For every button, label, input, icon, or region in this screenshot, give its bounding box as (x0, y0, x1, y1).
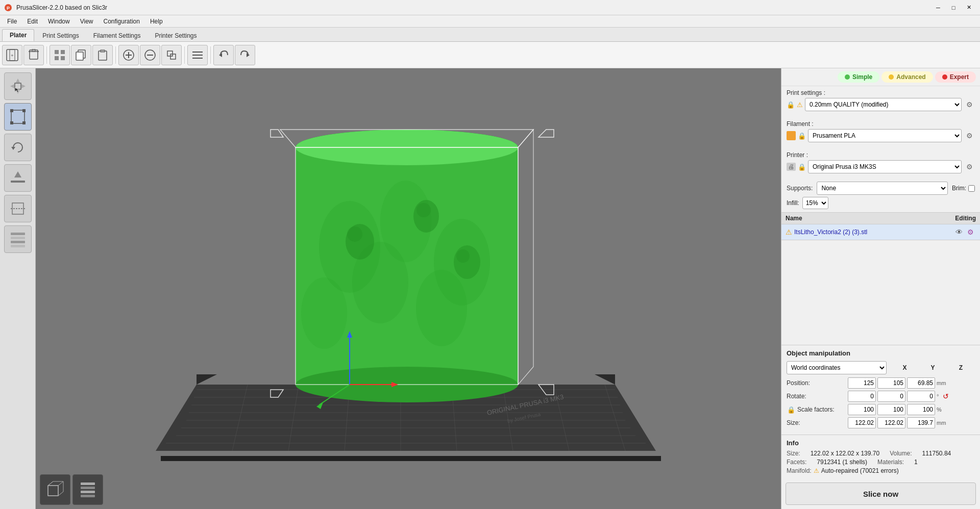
manifold-warning-icon: ⚠ (814, 467, 819, 474)
supports-select[interactable]: None (817, 182, 948, 195)
rotate-unit: ° (937, 393, 939, 399)
size-x-input[interactable] (848, 417, 876, 428)
slice-now-button[interactable]: Slice now (786, 482, 976, 505)
menu-file[interactable]: File (2, 15, 22, 28)
scale-label: Scale factors: (797, 406, 835, 413)
rotate-x-input[interactable] (848, 391, 876, 402)
copy-instance-button[interactable] (161, 45, 182, 65)
redo-button[interactable] (235, 45, 255, 65)
arrange-button[interactable] (50, 45, 70, 65)
svg-rect-36 (22, 109, 26, 112)
info-size-label: Size: (787, 450, 800, 457)
layer-editing-tool[interactable] (4, 225, 32, 253)
rotate-z-input[interactable] (907, 391, 935, 402)
svg-rect-109 (81, 495, 95, 497)
position-label: Position: (787, 379, 848, 387)
app-icon: P (4, 4, 12, 12)
copy-button[interactable] (71, 45, 91, 65)
supports-label: Supports: (787, 185, 813, 192)
menu-edit[interactable]: Edit (22, 15, 43, 28)
infill-row: Infill: 15% 0% 5% 10% 20% 25% 30% (781, 197, 980, 212)
add-instance-button[interactable] (118, 45, 139, 65)
move-tool[interactable] (4, 72, 32, 100)
svg-rect-40 (11, 181, 25, 183)
rotate-reset-button[interactable]: ↺ (941, 391, 951, 401)
position-x-input[interactable] (848, 377, 876, 389)
add-object-button[interactable]: + (2, 45, 22, 65)
flatten-tool[interactable] (4, 164, 32, 192)
menu-help[interactable]: Help (145, 15, 168, 28)
col-editing-header: Editing (935, 215, 976, 222)
svg-rect-44 (11, 233, 25, 235)
infill-select[interactable]: 15% 0% 5% 10% 20% 25% 30% (802, 197, 828, 209)
toolbar-separator-1 (46, 46, 47, 64)
info-volume-label: Volume: (890, 450, 912, 457)
scale-z-input[interactable] (907, 404, 935, 415)
svg-rect-47 (11, 245, 25, 247)
minimize-button[interactable]: ─ (931, 3, 945, 13)
svg-marker-30 (10, 84, 14, 88)
settings-button[interactable] (187, 45, 208, 65)
svg-marker-66 (161, 456, 661, 461)
tab-plater[interactable]: Plater (2, 29, 34, 41)
z-header: Z (947, 364, 975, 371)
svg-rect-14 (99, 51, 107, 60)
coord-mode-row: World coordinates Local coordinates X Y … (787, 361, 975, 374)
cut-tool[interactable] (4, 195, 32, 222)
remove-instance-button[interactable] (140, 45, 160, 65)
scale-x-input[interactable] (848, 404, 876, 415)
rotate-tool[interactable] (4, 134, 32, 161)
3d-view-button[interactable] (40, 474, 70, 505)
printer-config-btn[interactable]: ⚙ (964, 161, 975, 172)
print-settings-label: Print settings : (787, 89, 975, 96)
menu-configuration[interactable]: Configuration (99, 15, 145, 28)
scale-y-input[interactable] (877, 404, 905, 415)
layers-view-button[interactable] (72, 474, 103, 505)
filament-config-btn[interactable]: ⚙ (964, 130, 975, 141)
svg-rect-22 (170, 54, 176, 59)
filament-select[interactable]: Prusament PLA (808, 129, 962, 142)
size-y-input[interactable] (877, 417, 905, 428)
position-z-input[interactable] (907, 377, 935, 389)
printer-icon: 🖨 (787, 163, 796, 171)
main-layout: ORIGINAL PRUSA i3 MK3 by Josef Prusa (0, 68, 980, 509)
advanced-mode-tab[interactable]: Advanced (881, 71, 933, 83)
tab-filament-settings[interactable]: Filament Settings (86, 30, 148, 41)
undo-button[interactable] (213, 45, 234, 65)
slice-now-container: Slice now (781, 478, 980, 509)
delete-object-button[interactable] (23, 45, 44, 65)
size-z-input[interactable] (907, 417, 935, 428)
toolbar-separator-4 (210, 46, 211, 64)
object-name[interactable]: ItsLitho_Victoria2 (2) (3).stl (794, 228, 953, 236)
print-settings-select[interactable]: 0.20mm QUALITY (modified) (805, 98, 962, 111)
svg-line-103 (58, 481, 63, 486)
maximize-button[interactable]: □ (946, 3, 961, 13)
menu-view[interactable]: View (75, 15, 99, 28)
tab-printer-settings[interactable]: Printer Settings (148, 30, 204, 41)
simple-mode-tab[interactable]: Simple (838, 71, 879, 83)
col-name-header: Name (786, 215, 935, 222)
object-manipulation-title: Object manipulation (787, 349, 975, 357)
object-visibility-button[interactable]: 👁 (953, 226, 965, 238)
scale-tool[interactable] (4, 103, 32, 131)
viewport-3d[interactable]: ORIGINAL PRUSA i3 MK3 by Josef Prusa (36, 68, 781, 509)
svg-rect-107 (81, 487, 95, 489)
svg-rect-35 (10, 109, 13, 112)
rotate-y-input[interactable] (877, 391, 905, 402)
tab-print-settings[interactable]: Print Settings (35, 30, 86, 41)
close-button[interactable]: ✕ (962, 3, 976, 13)
svg-rect-21 (167, 51, 173, 56)
paste-button[interactable] (92, 45, 113, 65)
expert-mode-tab[interactable]: Expert (935, 71, 976, 83)
print-settings-config-btn[interactable]: ⚙ (964, 99, 975, 110)
coord-mode-select[interactable]: World coordinates Local coordinates (787, 361, 887, 374)
printer-select[interactable]: Original Prusa i3 MK3S (808, 160, 962, 173)
filament-color-swatch[interactable] (787, 131, 796, 140)
object-edit-button[interactable]: ⚙ (965, 226, 976, 238)
expert-mode-dot (942, 74, 947, 80)
brim-checkbox[interactable] (968, 185, 975, 192)
menu-window[interactable]: Window (43, 15, 75, 28)
left-toolbar (0, 68, 36, 509)
position-y-input[interactable] (877, 377, 905, 389)
scale-lock-button[interactable]: 🔒 (787, 405, 796, 414)
